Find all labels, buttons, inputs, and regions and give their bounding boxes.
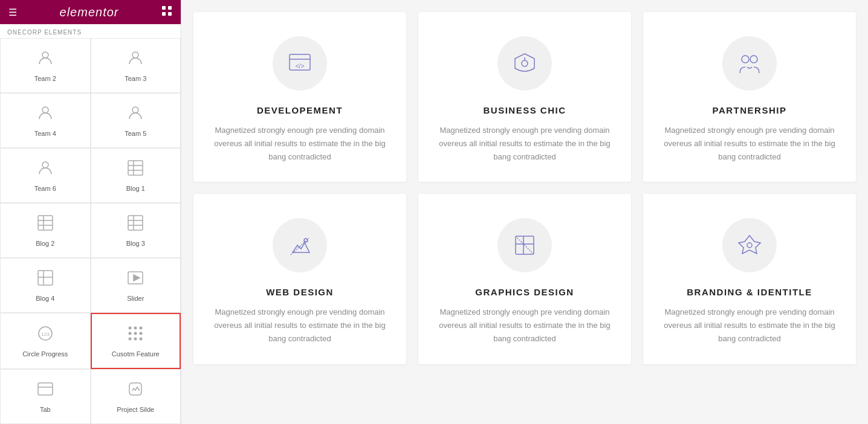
business-chic-icon-wrap [497,36,552,91]
widget-grid: Team 2 Team 3 Team 4 [0,38,181,424]
partnership-icon-wrap [722,36,777,91]
widget-item-blog3[interactable]: Blog 3 [91,203,181,258]
svg-point-4 [42,52,48,58]
svg-point-28 [129,327,132,330]
business-chic-desc: Magnetized strongly enough pre vending d… [436,124,613,164]
svg-point-6 [42,107,48,113]
widget-item-blog1[interactable]: Blog 1 [91,148,181,203]
team2-icon [36,49,54,71]
widget-label-projectslide: Project Silde [117,406,154,413]
developement-icon-wrap: </> [273,36,327,91]
widget-item-blog2[interactable]: Blog 2 [0,203,91,258]
developement-title: DEVELOPEMENT [257,105,343,115]
svg-point-31 [129,332,132,335]
svg-point-33 [140,332,143,335]
widget-label-customfeature: Cusotm Feature [112,350,160,358]
widget-label-tab: Tab [40,406,51,413]
svg-point-5 [132,52,138,58]
widget-item-slider[interactable]: Slider [91,258,181,313]
svg-rect-17 [128,216,143,230]
svg-marker-25 [134,275,140,281]
svg-point-7 [132,107,138,113]
team4-icon [36,104,54,126]
team3-icon [126,49,144,71]
svg-text:123: 123 [41,332,50,337]
svg-point-35 [134,338,137,341]
svg-rect-3 [168,12,172,16]
widget-label-blog1: Blog 1 [126,185,145,192]
graphics-design-title: GRAPHICS DESIGN [475,287,574,297]
widget-item-team4[interactable]: Team 4 [0,93,91,148]
slider-icon [126,269,144,291]
projectslide-icon [126,380,144,402]
svg-rect-2 [162,12,166,16]
widget-label-team2: Team 2 [34,75,56,82]
widget-item-projectslide[interactable]: Project Silde [91,369,181,424]
grid-apps-icon[interactable] [161,5,172,19]
svg-point-51 [747,243,752,248]
widget-item-circleprogress[interactable]: 123 Circle Progress [0,313,91,369]
main-content: </> DEVELOPEMENT Magnetized strongly eno… [181,0,868,424]
blog2-icon [36,214,54,236]
svg-point-47 [304,239,308,242]
feature-card-graphics-design: GRAPHICS DESIGN Magnetized strongly enou… [418,194,631,364]
svg-point-8 [42,162,48,168]
widget-item-tab[interactable]: Tab [0,369,91,424]
tab-icon [36,380,54,402]
business-chic-title: BUSINESS CHIC [483,105,566,115]
graphics-design-icon-wrap [497,218,552,272]
widget-item-team2[interactable]: Team 2 [0,38,91,93]
widget-label-blog4: Blog 4 [36,295,54,302]
web-design-icon-wrap [273,218,327,272]
feature-card-developement: </> DEVELOPEMENT Magnetized strongly eno… [193,12,406,182]
widget-label-blog3: Blog 3 [126,240,145,247]
branding-title: BRANDING & IDENTITLE [687,287,812,297]
svg-rect-0 [162,6,166,10]
widget-item-customfeature[interactable]: Cusotm Feature [91,313,181,369]
widget-item-team6[interactable]: Team 6 [0,148,91,203]
feature-card-web-design: WEB DESIGN Magnetized strongly enough pr… [193,194,406,364]
svg-rect-37 [38,383,53,395]
svg-point-44 [742,56,749,63]
feature-grid: </> DEVELOPEMENT Magnetized strongly eno… [193,12,856,364]
branding-desc: Magnetized strongly enough pre vending d… [661,306,838,345]
svg-point-34 [129,338,132,341]
widget-label-team5: Team 5 [125,130,146,137]
svg-point-32 [134,332,137,335]
widget-label-team3: Team 3 [125,75,146,82]
feature-card-branding: BRANDING & IDENTITLE Magnetized strongly… [643,194,856,364]
feature-card-business-chic: BUSINESS CHIC Magnetized strongly enough… [418,12,631,182]
widget-label-slider: Slider [127,295,144,302]
section-label: ONECORP ELEMENTS [0,24,181,38]
svg-point-36 [140,338,143,341]
partnership-desc: Magnetized strongly enough pre vending d… [661,124,838,164]
developement-desc: Magnetized strongly enough pre vending d… [212,124,388,164]
widget-label-team6: Team 6 [34,185,56,192]
blog4-icon [36,269,54,291]
svg-rect-1 [168,6,172,10]
graphics-design-desc: Magnetized strongly enough pre vending d… [436,306,613,345]
hamburger-icon[interactable]: ☰ [8,7,17,18]
blog1-icon [126,159,144,181]
svg-rect-9 [128,161,143,175]
svg-point-30 [140,327,143,330]
team6-icon [36,159,54,181]
team5-icon [126,104,144,126]
sidebar: ☰ elementor ONECORP ELEMENTS Team 2 [0,0,181,424]
svg-point-29 [134,327,137,330]
svg-rect-13 [38,216,53,230]
svg-rect-21 [38,271,53,285]
widget-label-team4: Team 4 [34,130,56,137]
widget-label-blog2: Blog 2 [36,240,54,247]
widget-item-team3[interactable]: Team 3 [91,38,181,93]
logo-text: elementor [60,5,119,19]
widget-item-team5[interactable]: Team 5 [91,93,181,148]
widget-label-circleprogress: Circle Progress [22,350,68,358]
circleprogress-icon: 123 [36,324,54,347]
widget-item-blog4[interactable]: Blog 4 [0,258,91,313]
feature-card-partnership: PARTNERSHIP Magnetized strongly enough p… [643,12,856,182]
sidebar-header: ☰ elementor [0,0,181,24]
web-design-title: WEB DESIGN [266,287,334,297]
customfeature-icon [126,324,144,347]
branding-icon-wrap [722,218,777,272]
